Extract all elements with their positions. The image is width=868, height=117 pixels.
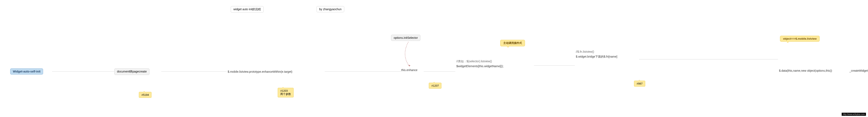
author-box: by zhangyaochun <box>316 6 344 12</box>
author-text: by zhangyaochun <box>319 7 342 11</box>
connector-2 <box>161 71 227 72</box>
root-text: Widget-auto-self-init <box>13 70 40 73</box>
connector-1 <box>52 71 114 72</box>
node-bridge-comment: //$.fn.listview() <box>576 50 594 53</box>
node-enhance: this.enhance <box>401 68 417 72</box>
node-data-call: $.data(this,name,new object(options,this… <box>779 69 832 72</box>
node-createwidget: _createWidget <box>849 69 868 72</box>
connector-3 <box>325 71 401 72</box>
title-box: widget auto init的流程 <box>231 6 264 13</box>
node-enhancewithin: $.mobile.listview.prototype.enhanceWithi… <box>228 70 292 73</box>
note-1207: #1207 <box>429 83 441 89</box>
connector-4 <box>424 71 455 72</box>
node-pagecreate: document绑pagecreate <box>114 68 150 75</box>
dashed-arrow <box>402 42 421 68</box>
note-987: #987 <box>634 81 645 87</box>
node-widget-call: $widgetElements[this.widgetName](); <box>456 64 503 68</box>
root-node: Widget-auto-self-init <box>10 68 43 75</box>
node-bridge: $.widget.bridge下面的$.fn[name] <box>576 55 617 59</box>
speech-plugin: 主动调用插件式 <box>500 40 525 46</box>
node-widget-comment: //类似：$(selector).listview() <box>456 60 492 63</box>
speech-object: object==>$.mobile.listview <box>780 36 819 42</box>
note-1203: #1203两个参数 <box>278 88 293 97</box>
source-url: http://www.w3cplus.com <box>842 113 866 116</box>
pagecreate-text: document绑pagecreate <box>117 70 147 73</box>
title-text: widget auto init的流程 <box>234 7 261 11</box>
node-initselector: options.initSelector <box>391 35 421 41</box>
note-5194: #5194 <box>139 92 152 98</box>
